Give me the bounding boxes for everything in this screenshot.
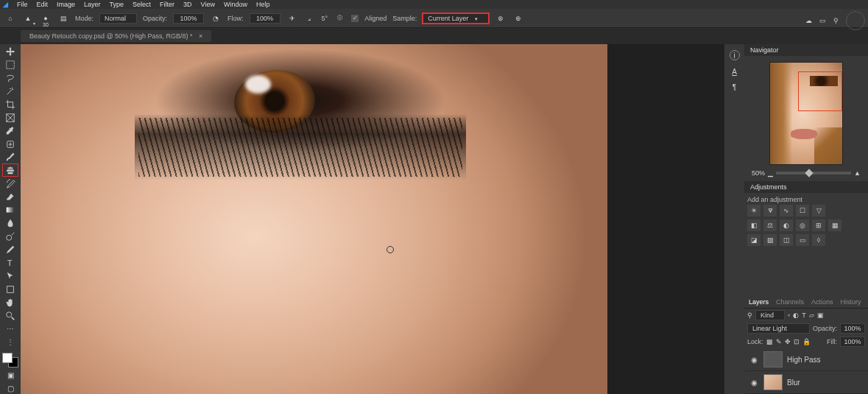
exposure-icon[interactable]: ☐ <box>796 205 809 217</box>
airbrush-icon[interactable]: ✈ <box>286 13 298 24</box>
path-select-tool[interactable] <box>3 270 18 282</box>
brush-tool[interactable] <box>3 152 18 163</box>
screenmode-icon[interactable]: ▢ <box>3 382 18 394</box>
colorbalance-icon[interactable]: ⚖ <box>763 219 777 231</box>
canvas-image[interactable] <box>21 44 607 394</box>
cloud-icon[interactable]: ☁ <box>805 17 812 24</box>
curves-icon[interactable]: ∿ <box>780 205 793 217</box>
lock-pos-icon[interactable]: ✥ <box>785 338 791 345</box>
marquee-tool[interactable] <box>3 59 18 71</box>
lock-pixels-icon[interactable]: ✎ <box>776 338 782 345</box>
min-icon[interactable]: ▭ <box>819 17 826 24</box>
lock-all-icon[interactable]: 🔒 <box>802 338 811 345</box>
dodge-tool[interactable] <box>3 231 18 242</box>
photofilter-icon[interactable]: ◎ <box>796 219 809 231</box>
levels-icon[interactable]: ⛛ <box>763 205 777 217</box>
pressure-opacity-icon[interactable]: ◔ <box>210 13 222 24</box>
tab-layers[interactable]: Layers <box>749 298 769 306</box>
posterize-icon[interactable]: ▨ <box>763 234 777 246</box>
menu-3d[interactable]: 3D <box>183 1 192 8</box>
menu-view[interactable]: View <box>201 1 215 8</box>
menu-layer[interactable]: Layer <box>84 1 101 8</box>
pen-tool[interactable] <box>3 244 18 256</box>
app-icon[interactable]: ◢ <box>3 1 8 8</box>
layer-row-highpass[interactable]: ◉ High Pass <box>744 348 868 371</box>
edit-toolbar-icon[interactable]: ⋮ <box>3 337 18 348</box>
brush-preview-icon[interactable]: ●30 <box>40 13 52 24</box>
menu-help[interactable]: Help <box>256 1 270 8</box>
hue-icon[interactable]: ◧ <box>747 219 761 231</box>
menu-window[interactable]: Window <box>224 1 247 8</box>
menu-type[interactable]: Type <box>110 1 124 8</box>
tab-channels[interactable]: Channels <box>776 298 804 306</box>
layer-name[interactable]: High Pass <box>787 356 821 364</box>
flow-field[interactable]: 100% <box>250 13 280 24</box>
tab-history[interactable]: History <box>841 298 861 306</box>
pressure-size-icon[interactable]: ⦾ <box>334 13 345 24</box>
clone-source-icon[interactable]: ⊕ <box>512 13 524 24</box>
zoom-out-icon[interactable]: ▁ <box>768 169 773 177</box>
angle-icon[interactable]: ⦟ <box>304 13 316 24</box>
colorlookup-icon[interactable]: ▦ <box>828 219 841 231</box>
filter-type-icon[interactable]: T <box>802 312 806 319</box>
character-panel-icon[interactable]: A <box>732 68 737 76</box>
lock-nest-icon[interactable]: ⊡ <box>794 338 800 345</box>
frame-tool[interactable] <box>3 112 18 124</box>
selective-icon[interactable]: ◊ <box>812 234 825 246</box>
zoom-value[interactable]: 50% <box>752 169 765 177</box>
mode-dropdown[interactable]: Normal <box>99 13 137 24</box>
home-icon[interactable]: ⌂ <box>4 13 16 24</box>
type-tool[interactable]: T <box>3 257 18 269</box>
filter-shape-icon[interactable]: ▱ <box>809 312 814 319</box>
brush-panel-icon[interactable]: ▤ <box>57 13 69 24</box>
navigator-tab[interactable]: Navigator <box>744 44 868 56</box>
color-wells[interactable] <box>2 353 18 368</box>
healing-tool[interactable] <box>3 138 18 150</box>
zoom-tool[interactable] <box>3 310 18 322</box>
menu-file[interactable]: File <box>17 1 28 8</box>
quickmask-icon[interactable]: ▣ <box>3 369 18 381</box>
paragraph-panel-icon[interactable]: ¶ <box>733 83 736 91</box>
layer-thumb[interactable] <box>763 374 783 390</box>
zoom-in-icon[interactable]: ▲ <box>854 169 861 177</box>
move-tool[interactable] <box>3 46 18 57</box>
layer-name[interactable]: Blur <box>787 379 800 387</box>
eyedropper-tool[interactable] <box>3 125 18 137</box>
eraser-tool[interactable] <box>3 191 18 203</box>
menu-image[interactable]: Image <box>57 1 75 8</box>
filter-adj-icon[interactable]: ◐ <box>793 312 799 319</box>
blur-tool[interactable] <box>3 217 18 229</box>
menu-select[interactable]: Select <box>133 1 151 8</box>
info-panel-icon[interactable]: i <box>730 50 740 60</box>
history-brush-tool[interactable] <box>3 177 18 189</box>
zoom-slider[interactable] <box>776 172 851 175</box>
invert-icon[interactable]: ◪ <box>747 234 761 246</box>
layer-thumb[interactable] <box>763 351 783 367</box>
navigator-viewport-box[interactable] <box>798 71 842 111</box>
blend-mode-dropdown[interactable]: Linear Light <box>747 323 810 334</box>
filter-icon[interactable]: ⚲ <box>747 312 752 319</box>
menu-edit[interactable]: Edit <box>37 1 49 8</box>
visibility-icon[interactable]: ◉ <box>749 379 759 387</box>
lasso-tool[interactable] <box>3 72 18 84</box>
sample-dropdown[interactable]: Current Layer ▾ <box>423 13 489 24</box>
avatar[interactable] <box>846 11 865 30</box>
navigator-thumbnail[interactable] <box>769 62 843 165</box>
wand-tool[interactable] <box>3 85 18 97</box>
visibility-icon[interactable]: ◉ <box>749 356 759 364</box>
toolbox-more-icon[interactable]: ⋯ <box>3 323 18 335</box>
opacity-field[interactable]: 100% <box>173 13 204 24</box>
tab-actions[interactable]: Actions <box>811 298 833 306</box>
tool-preset-icon[interactable]: ▲▾ <box>22 13 34 24</box>
lock-trans-icon[interactable]: ▩ <box>766 338 773 345</box>
layer-kind-dropdown[interactable]: Kind <box>755 310 785 320</box>
clone-stamp-tool[interactable] <box>3 164 18 176</box>
channelmixer-icon[interactable]: ⊞ <box>812 219 825 231</box>
vibrance-icon[interactable]: ▽ <box>812 205 825 217</box>
filter-pixel-icon[interactable]: ▫ <box>788 312 790 319</box>
layer-row-blur[interactable]: ◉ Blur <box>744 371 868 394</box>
shape-tool[interactable] <box>3 284 18 295</box>
document-tab[interactable]: Beauty Retouch copy.psd @ 50% (High Pass… <box>21 30 211 42</box>
gradient-tool[interactable] <box>3 204 18 216</box>
filter-smart-icon[interactable]: ▣ <box>817 312 824 319</box>
